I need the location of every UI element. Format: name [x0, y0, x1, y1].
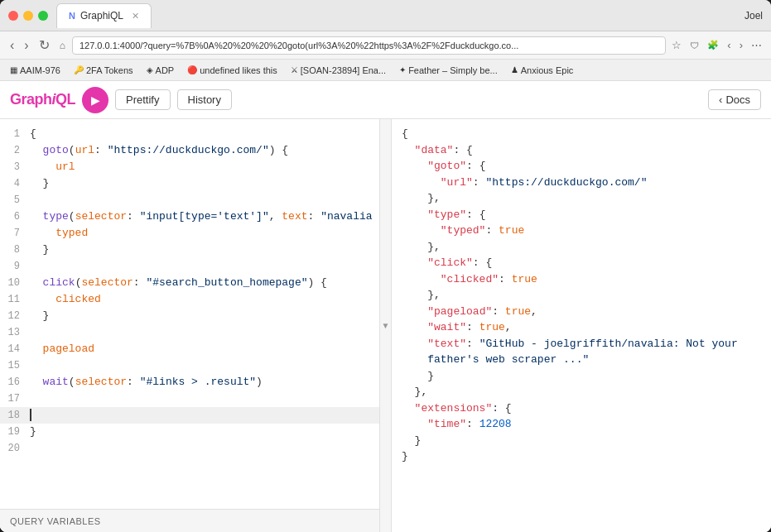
code-line-11: 11 clicked [0, 291, 379, 308]
close-button[interactable] [8, 11, 18, 21]
line-number: 7 [0, 225, 27, 242]
query-variables-label: QUERY VARIABLES [10, 516, 101, 526]
result-line: "click": { [402, 255, 761, 271]
pane-divider[interactable]: ▼ [380, 119, 392, 532]
docs-button[interactable]: ‹ Docs [708, 89, 761, 110]
line-number: 8 [0, 242, 27, 258]
bookmark-anxious[interactable]: ♟ Anxious Epic [508, 65, 577, 76]
line-number: 5 [0, 192, 27, 208]
bookmark-2fa[interactable]: 🔑 2FA Tokens [70, 65, 137, 76]
bookmark-aaim[interactable]: ▦ AAIM-976 [7, 65, 64, 76]
maximize-button[interactable] [38, 11, 48, 21]
result-line: "url": "https://duckduckgo.com/" [402, 175, 761, 191]
active-tab[interactable]: N GraphiQL ✕ [56, 3, 152, 28]
result-line: }, [402, 384, 761, 400]
line-content: goto(url: "https://duckduckgo.com/") { [27, 142, 379, 159]
code-line-6: 6 type(selector: "input[type='text']", t… [0, 208, 379, 225]
line-content [27, 357, 379, 374]
home-button[interactable]: ⌂ [56, 38, 69, 53]
anxious-icon: ♟ [511, 65, 518, 74]
code-line-19: 19 } [0, 424, 379, 440]
line-content: wait(selector: "#links > .result") [27, 374, 379, 391]
line-content [27, 324, 379, 341]
line-content: } [27, 242, 379, 258]
line-number: 16 [0, 374, 27, 391]
user-name: Joel [744, 10, 763, 22]
key-icon: 🔑 [74, 65, 84, 74]
line-number: 18 [0, 407, 27, 424]
code-line-20: 20 [0, 440, 379, 457]
line-content: click(selector: "#search_button_homepage… [27, 275, 379, 291]
navbar: ‹ › ↻ ⌂ ☆ 🛡 🧩 ‹ › ⋯ [0, 31, 771, 60]
bookmark-soan[interactable]: ⚔ [SOAN-23894] Ena... [287, 65, 389, 76]
result-line: "goto": { [402, 158, 761, 175]
line-content: pageload [27, 341, 379, 357]
minimize-button[interactable] [23, 11, 33, 21]
shield-icon[interactable]: 🛡 [687, 39, 701, 52]
titlebar: N GraphiQL ✕ Joel [0, 0, 771, 31]
forward-button[interactable]: › [21, 36, 31, 55]
url-bar[interactable] [72, 36, 666, 55]
code-line-9: 9 [0, 258, 379, 275]
result-line: father's web scraper ..." [402, 352, 761, 368]
result-line: "data": { [402, 142, 761, 159]
bookmark-feather[interactable]: ✦ Feather – Simply be... [396, 65, 501, 76]
line-content: } [27, 175, 379, 192]
line-number: 20 [0, 440, 27, 457]
docs-label: Docs [725, 93, 750, 106]
code-line-8: 8 } [0, 242, 379, 258]
traffic-lights [8, 11, 48, 21]
result-line: "time": 12208 [402, 416, 761, 433]
tab-title: GraphiQL [80, 10, 123, 22]
back-nav-icon[interactable]: ‹ [725, 37, 733, 53]
line-content: } [27, 308, 379, 324]
code-line-16: 16 wait(selector: "#links > .result") [0, 374, 379, 391]
query-editor[interactable]: 1 { 2 goto(url: "https://duckduckgo.com/… [0, 119, 379, 509]
prettify-button[interactable]: Prettify [115, 89, 170, 110]
query-variables-bar[interactable]: QUERY VARIABLES [0, 509, 379, 532]
line-content [27, 407, 379, 424]
back-button[interactable]: ‹ [7, 36, 17, 55]
line-number: 4 [0, 175, 27, 192]
line-content [27, 258, 379, 275]
code-line-2: 2 goto(url: "https://duckduckgo.com/") { [0, 142, 379, 159]
docs-chevron-icon: ‹ [719, 93, 722, 106]
line-content: typed [27, 225, 379, 242]
graphiql-header: GraphiQL ▶ Prettify History ‹ Docs [0, 81, 771, 119]
more-menu-icon[interactable]: ⋯ [749, 37, 764, 53]
line-number: 2 [0, 142, 27, 159]
bookmark-2fa-label: 2FA Tokens [86, 65, 133, 75]
bookmark-star-icon[interactable]: ☆ [669, 37, 684, 53]
feather-icon: ✦ [399, 65, 406, 74]
run-button[interactable]: ▶ [82, 87, 108, 113]
code-line-7: 7 typed [0, 225, 379, 242]
line-number: 13 [0, 324, 27, 341]
refresh-button[interactable]: ↻ [36, 36, 53, 55]
line-content: url [27, 159, 379, 175]
bookmarks-bar: ▦ AAIM-976 🔑 2FA Tokens ◈ ADP 🔴 undefine… [0, 60, 771, 81]
result-line: "clicked": true [402, 271, 761, 288]
result-line: "type": { [402, 207, 761, 223]
graphiql-title: GraphiQL [10, 91, 75, 108]
query-editor-pane: 1 { 2 goto(url: "https://duckduckgo.com/… [0, 119, 380, 532]
line-content: { [27, 126, 379, 142]
line-content: clicked [27, 291, 379, 308]
bookmark-undefined[interactable]: 🔴 undefined likes this [184, 65, 281, 76]
adp-icon: ◈ [147, 65, 153, 74]
line-number: 3 [0, 159, 27, 175]
bookmark-adp[interactable]: ◈ ADP [143, 65, 178, 76]
result-pane: { "data": { "goto": { "url": "https://du… [392, 119, 771, 532]
result-line: } [402, 433, 761, 449]
forward-nav-icon[interactable]: › [737, 37, 745, 53]
app-window: N GraphiQL ✕ Joel ‹ › ↻ ⌂ ☆ 🛡 🧩 ‹ › ⋯ ▦ … [0, 0, 771, 532]
line-number: 15 [0, 357, 27, 374]
extension-icon[interactable]: 🧩 [705, 38, 721, 52]
result-line: } [402, 368, 761, 385]
result-line: }, [402, 190, 761, 207]
tab-close-icon[interactable]: ✕ [132, 11, 139, 22]
history-button[interactable]: History [177, 89, 232, 110]
editor-area: 1 { 2 goto(url: "https://duckduckgo.com/… [0, 119, 771, 532]
bookmark-anxious-label: Anxious Epic [521, 65, 574, 75]
result-code: { "data": { "goto": { "url": "https://du… [392, 119, 771, 472]
code-line-4: 4 } [0, 175, 379, 192]
